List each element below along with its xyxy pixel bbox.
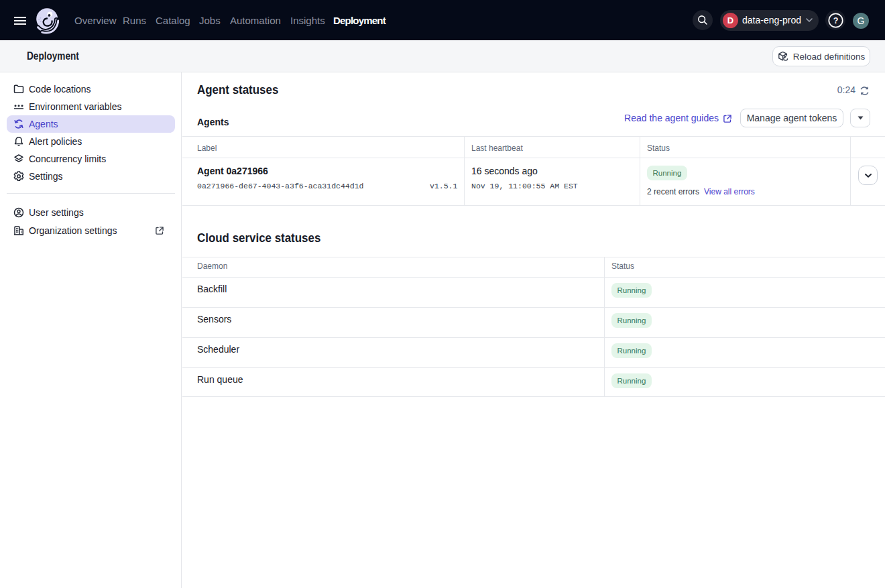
svg-text:?: ?	[833, 16, 839, 25]
